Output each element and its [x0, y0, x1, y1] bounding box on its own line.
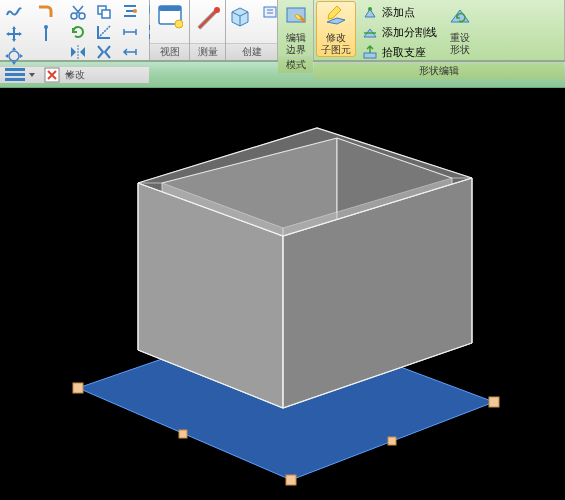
dim-back-icon[interactable] — [119, 42, 141, 62]
panel-mode: 编辑 边界 模式 — [278, 0, 314, 60]
viewport-3d[interactable] — [0, 88, 565, 500]
move-icon[interactable] — [3, 24, 25, 44]
vertical-line-icon[interactable] — [35, 24, 57, 44]
model-scene — [0, 88, 565, 500]
modify-col-left — [3, 2, 25, 66]
svg-rect-29 — [286, 475, 296, 485]
list-rows-icon[interactable] — [4, 66, 37, 84]
add-split-line-label: 添加分割线 — [382, 25, 437, 40]
edit-boundary-l1: 编辑 — [286, 32, 306, 44]
close-panel-icon[interactable] — [43, 66, 74, 84]
pick-support-button[interactable]: 拾取支座 — [359, 42, 428, 62]
panel-create-title: 创建 — [226, 43, 277, 60]
pick-support-label: 拾取支座 — [382, 45, 426, 60]
cut-icon[interactable] — [67, 2, 89, 22]
view-window-button[interactable] — [153, 2, 187, 32]
panel-modify: 修改 — [0, 0, 150, 60]
copy-icon[interactable] — [93, 2, 115, 22]
mirror-icon[interactable] — [67, 42, 89, 62]
edit-subelement-l2: 子图元 — [321, 44, 351, 56]
panel-shape-edit: 修改 子图元 添加点 添加分割线 拾取支座 重设 — [314, 0, 565, 60]
edit-boundary-l2: 边界 — [286, 44, 306, 56]
svg-point-21 — [368, 7, 372, 11]
panel-shape-edit-title: 形状编辑 — [314, 62, 564, 79]
svg-point-17 — [175, 20, 183, 28]
modify-icon-wave[interactable] — [3, 2, 25, 22]
edit-subelement-button[interactable]: 修改 子图元 — [317, 2, 355, 56]
reset-shape-button[interactable]: 重设 形状 — [443, 2, 477, 56]
svg-rect-32 — [179, 430, 187, 438]
svg-point-0 — [9, 51, 19, 61]
svg-rect-24 — [5, 73, 25, 76]
dimension-icon[interactable] — [119, 22, 141, 42]
panel-view: 视图 — [150, 0, 190, 60]
panel-mode-title: 模式 — [278, 56, 313, 73]
rotate-free-icon[interactable] — [3, 46, 25, 66]
panel-create: 创建 — [226, 0, 278, 60]
svg-rect-22 — [364, 53, 376, 58]
svg-rect-16 — [159, 6, 181, 11]
add-point-button[interactable]: 添加点 — [359, 2, 417, 22]
open-box-model[interactable] — [138, 128, 472, 408]
svg-rect-19 — [264, 7, 276, 17]
rotate-icon[interactable] — [67, 22, 89, 42]
split-icon[interactable] — [93, 42, 115, 62]
measure-button[interactable] — [191, 2, 225, 32]
trim-icon[interactable] — [93, 22, 115, 42]
align-icon[interactable] — [119, 2, 141, 22]
reset-shape-l2: 形状 — [450, 44, 470, 56]
svg-rect-33 — [388, 437, 396, 445]
modify-col-pipe — [35, 2, 57, 44]
ribbon: 修改 视图 测量 创建 — [0, 0, 565, 62]
svg-rect-30 — [489, 397, 499, 407]
reset-shape-l1: 重设 — [450, 32, 470, 44]
svg-point-1 — [44, 25, 48, 29]
edit-boundary-button[interactable]: 编辑 边界 — [279, 2, 313, 56]
svg-rect-25 — [5, 78, 25, 81]
svg-rect-28 — [73, 383, 83, 393]
add-split-line-button[interactable]: 添加分割线 — [359, 22, 439, 42]
svg-rect-5 — [102, 10, 110, 18]
svg-point-18 — [214, 7, 220, 13]
edit-subelement-l1: 修改 — [326, 32, 346, 44]
svg-rect-23 — [5, 68, 25, 71]
panel-measure: 测量 — [190, 0, 226, 60]
panel-measure-title: 测量 — [190, 43, 225, 60]
svg-point-6 — [133, 9, 137, 13]
create-cube-button[interactable] — [222, 2, 256, 32]
pipe-icon[interactable] — [35, 2, 57, 22]
panel-view-title: 视图 — [150, 43, 189, 60]
add-point-label: 添加点 — [382, 5, 415, 20]
